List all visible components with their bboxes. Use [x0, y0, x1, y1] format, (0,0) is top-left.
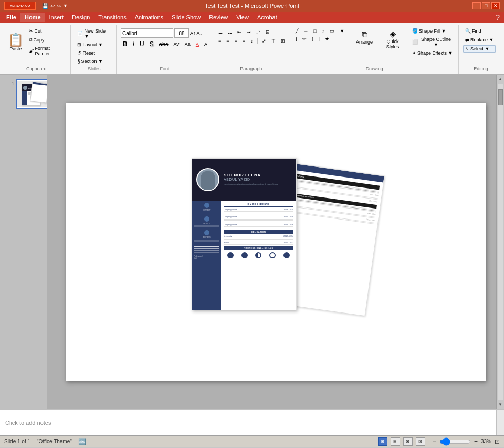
slideshow-menu[interactable]: Slide Show — [167, 13, 205, 22]
shadow-button[interactable]: S — [148, 39, 156, 49]
reading-view-button[interactable]: ⊠ — [403, 437, 413, 446]
shapeoutline-icon: ⬜ — [412, 39, 418, 45]
shape-bracket[interactable]: [ — [317, 35, 322, 43]
review-menu[interactable]: Review — [205, 13, 232, 22]
section-button[interactable]: § Section ▼ — [75, 58, 113, 65]
find-button[interactable]: 🔍 Find — [463, 27, 496, 35]
notes-area[interactable]: Click to add notes — [0, 409, 504, 435]
align-text[interactable]: ⊤ — [269, 37, 278, 45]
quick-undo[interactable]: ↩ — [50, 3, 55, 9]
scroll-up-arrow[interactable]: ▲ — [497, 76, 503, 82]
new-slide-button[interactable]: 📄 New Slide ▼ — [75, 27, 113, 40]
scroll-down-arrow[interactable]: ▼ — [497, 401, 503, 408]
shape-line[interactable]: ╱ — [293, 27, 300, 35]
shape-outline-button[interactable]: ⬜ Shape Outline ▼ — [410, 36, 455, 48]
shape-rect[interactable]: □ — [311, 27, 318, 35]
paste-label: Paste — [9, 46, 22, 51]
transitions-menu[interactable]: Transitions — [94, 13, 130, 22]
zoom-slider[interactable] — [439, 440, 471, 444]
minimize-button[interactable]: — — [472, 2, 481, 9]
scroll-thumb[interactable] — [498, 89, 503, 105]
font-size-input[interactable] — [174, 28, 189, 38]
shape-ellipse[interactable]: ○ — [320, 27, 327, 35]
titlebar-left: KERJAYA.CO 💾 ↩ ↪ ▼ — [4, 2, 68, 10]
shape-freeform[interactable]: ✏ — [300, 35, 309, 43]
close-button[interactable]: ✕ — [491, 2, 500, 9]
bullets-button[interactable]: ☰ — [216, 28, 225, 36]
shape-star[interactable]: ★ — [323, 35, 331, 43]
paste-button[interactable]: 📋 Paste — [5, 27, 26, 57]
clear-format-button[interactable]: A — [202, 40, 209, 48]
cut-button[interactable]: ✂ Cut — [27, 27, 67, 35]
layout-button[interactable]: ⊞ Layout ▼ — [75, 41, 113, 48]
bold-button[interactable]: B — [121, 39, 130, 49]
align-left[interactable]: ≡ — [216, 37, 223, 45]
view-menu[interactable]: View — [232, 13, 253, 22]
underline-button[interactable]: U — [138, 39, 146, 49]
normal-view-button[interactable]: ⊞ — [378, 437, 387, 446]
arrange-button[interactable]: ⧉ Arrange — [353, 27, 375, 47]
slide-canvas[interactable]: TRAINING 20xx – 20xx 20xx – 20xx CO-CURR… — [66, 103, 486, 381]
case-button[interactable]: Aa — [183, 40, 193, 48]
painter-label: Format Painter — [35, 46, 65, 56]
indent-increase[interactable]: ⇥ — [245, 28, 253, 36]
app-logo: KERJAYA.CO — [4, 2, 36, 10]
numbering-button[interactable]: ☷ — [226, 28, 234, 36]
quick-save[interactable]: 💾 — [42, 3, 48, 9]
shape-rounded[interactable]: ▭ — [328, 27, 337, 35]
zoom-in-button[interactable]: + — [474, 438, 478, 445]
quickstyles-label: Quick Styles — [380, 39, 405, 49]
animations-menu[interactable]: Animations — [131, 13, 167, 22]
decrease-font-button[interactable]: A↓ — [197, 30, 203, 36]
increase-font-button[interactable]: A↑ — [190, 30, 196, 36]
format-painter-button[interactable]: 🖌 Format Painter — [27, 45, 67, 57]
insert-menu[interactable]: Insert — [45, 13, 68, 22]
quick-dropdown[interactable]: ▼ — [63, 3, 68, 8]
shape-effects-button[interactable]: ✦ Shape Effects ▼ — [410, 49, 455, 57]
indent-decrease[interactable]: ⇤ — [235, 28, 244, 36]
acrobat-menu[interactable]: Acrobat — [253, 13, 281, 22]
quick-redo[interactable]: ↪ — [57, 3, 61, 9]
shape-brace[interactable]: { — [310, 35, 316, 43]
maximize-button[interactable]: □ — [482, 2, 490, 9]
reset-button[interactable]: ↺ Reset — [75, 49, 113, 57]
home-menu[interactable]: Home — [20, 13, 45, 22]
zoom-out-button[interactable]: − — [433, 438, 436, 445]
shape-more[interactable]: ▼ — [338, 27, 346, 35]
justify[interactable]: ≡ — [240, 37, 247, 45]
check-spelling-icon[interactable]: 🔤 — [78, 438, 86, 445]
fit-slide-button[interactable]: ⊡ — [495, 438, 500, 445]
text-direction[interactable]: ⤢ — [260, 37, 268, 45]
layout-icon: ⊞ — [77, 42, 81, 47]
italic-button[interactable]: I — [131, 39, 136, 49]
editing-label: Editing — [460, 66, 502, 71]
line-spacing[interactable]: ↕ — [248, 37, 255, 45]
help-icon[interactable]: ? — [494, 13, 502, 22]
presentation-view-button[interactable]: ⊡ — [416, 437, 425, 446]
spacing-button[interactable]: AV — [172, 40, 182, 48]
smart-art[interactable]: ⊞ — [279, 37, 287, 45]
slide-sorter-button[interactable]: ⊟ — [391, 437, 400, 446]
quick-styles-button[interactable]: ◈ Quick Styles — [377, 27, 408, 51]
shape-arrow[interactable]: → — [301, 27, 310, 35]
slide-thumbnail[interactable]: SITI NURELENA — [16, 79, 47, 109]
copy-button[interactable]: ⧉ Copy — [27, 36, 67, 44]
align-right[interactable]: ≡ — [233, 37, 239, 45]
replace-button[interactable]: ⇄ Replace ▼ — [463, 36, 496, 44]
columns-button[interactable]: ⊟ — [264, 28, 272, 36]
font-color-button[interactable]: A — [194, 40, 201, 48]
file-menu[interactable]: File — [2, 13, 20, 22]
clipboard-group: 📋 Paste ✂ Cut ⧉ Copy 🖌 Format Painter — [2, 25, 71, 74]
main-area: 1 SITI NURELENA — [0, 75, 504, 409]
font-label: Font — [118, 66, 212, 71]
titlebar: KERJAYA.CO 💾 ↩ ↪ ▼ Test Test Test - Micr… — [0, 0, 504, 12]
rtl-button[interactable]: ⇌ — [254, 28, 262, 36]
design-menu[interactable]: Design — [68, 13, 94, 22]
shape-curve[interactable]: ∫ — [293, 35, 299, 43]
shape-fill-button[interactable]: 🪣 Shape Fill ▼ — [410, 27, 455, 35]
select-button[interactable]: ↖ Select ▼ — [463, 45, 496, 53]
skills-title: PROFESSIONAL SKILLS — [224, 246, 293, 250]
font-name-input[interactable] — [121, 28, 173, 38]
strikethrough-button[interactable]: abc — [157, 40, 171, 48]
align-center[interactable]: ≡ — [224, 37, 231, 45]
